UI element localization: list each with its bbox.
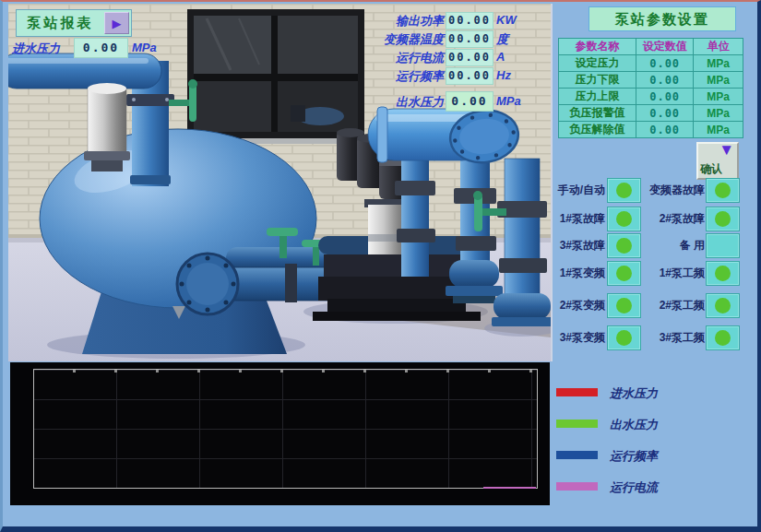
pump-station-hmi-screen: 泵站报表 ▶ 进水压力 0.00 MPa 输出功率 00.00 KW 变频器温度… — [0, 0, 761, 532]
outlet-pressure-unit: MPa — [496, 94, 521, 108]
legend-swatch-inlet-pressure — [556, 388, 598, 396]
status-label-pump1-mains: 1#泵工频 — [637, 266, 705, 281]
legend-item: 运行电流 — [556, 479, 750, 494]
run-frequency-display: 00.00 — [446, 67, 493, 85]
output-power-unit: KW — [496, 13, 517, 27]
air-release-cylinder — [84, 83, 130, 171]
status-lamp — [715, 183, 731, 198]
inlet-pressure-display: 0.00 — [74, 38, 128, 58]
status-lampbox — [707, 207, 739, 231]
confirm-button[interactable]: ▼ 确认 — [696, 142, 739, 180]
plot-top-ticks — [34, 370, 537, 372]
status-lamp — [715, 298, 731, 313]
output-power-display: 00.00 — [446, 12, 493, 30]
status-row: 3#泵故障 备 用 — [516, 234, 743, 255]
status-lampbox — [608, 326, 640, 349]
status-lamp — [616, 298, 632, 313]
trend-chart-panel — [10, 362, 550, 505]
param-name: 负压解除值 — [559, 122, 636, 138]
param-name: 压力上限 — [559, 89, 636, 105]
confirm-button-label: 确认 — [700, 161, 722, 177]
parameter-table: 参数名称 设定数值 单位 设定压力 0.00 MPa 压力下限 0.00 MPa… — [558, 38, 743, 138]
status-label-pump3-fault: 3#泵故障 — [516, 238, 605, 254]
col-set-value: 设定数值 — [636, 39, 694, 55]
report-button[interactable]: 泵站报表 ▶ — [16, 9, 132, 37]
table-row: 压力下限 0.00 MPa — [559, 72, 743, 89]
param-name: 压力下限 — [559, 72, 636, 89]
status-row: 手动/自动 变频器故障 — [516, 179, 743, 200]
col-param-name: 参数名称 — [559, 39, 636, 55]
status-label-pump2-vfd: 2#泵变频 — [516, 298, 605, 313]
param-value[interactable]: 0.00 — [636, 89, 694, 105]
status-lampbox — [608, 207, 640, 231]
param-name: 负压报警值 — [559, 105, 636, 122]
status-label-inverter-fault: 变频器故障 — [637, 183, 705, 198]
legend-label: 进水压力 — [610, 385, 658, 402]
status-label-pump3-mains: 3#泵工频 — [637, 330, 705, 346]
inlet-pressure-label: 进水压力 — [12, 41, 60, 57]
parameter-table-header: 参数名称 设定数值 单位 — [559, 39, 743, 55]
table-row: 设定压力 0.00 MPa — [559, 55, 743, 72]
status-lampbox — [707, 294, 739, 317]
trend-plot-area — [33, 369, 538, 489]
inverter-temp-display: 00.00 — [446, 30, 493, 48]
confirm-triangle-icon: ▼ — [719, 141, 734, 160]
col-unit: 单位 — [694, 39, 743, 55]
inlet-pressure-unit: MPa — [132, 41, 157, 54]
status-label-pump2-mains: 2#泵工频 — [637, 298, 705, 313]
param-unit: MPa — [694, 89, 743, 105]
run-current-label: 运行电流 — [327, 50, 444, 66]
param-value[interactable]: 0.00 — [636, 72, 694, 89]
legend-item: 进水压力 — [556, 385, 750, 400]
status-row: 3#泵变频 3#泵工频 — [516, 326, 743, 348]
status-lampbox — [608, 262, 640, 285]
table-row: 压力上限 0.00 MPa — [559, 89, 743, 105]
status-row: 2#泵变频 2#泵工频 — [516, 294, 743, 315]
param-value[interactable]: 0.00 — [636, 122, 694, 138]
run-current-trace — [483, 487, 536, 489]
status-label-pump2-fault: 2#泵故障 — [637, 211, 705, 227]
inverter-temp-unit: 度 — [496, 31, 508, 48]
status-row: 1#泵故障 2#泵故障 — [516, 207, 743, 229]
run-frequency-label: 运行频率 — [327, 68, 444, 85]
table-row: 负压报警值 0.00 MPa — [559, 105, 743, 122]
report-button-label: 泵站报表 — [17, 15, 104, 32]
status-lampbox — [608, 179, 640, 202]
inverter-temp-label: 变频器温度 — [327, 31, 444, 48]
status-lampbox — [707, 179, 739, 202]
status-lampbox — [707, 326, 739, 349]
param-unit: MPa — [694, 55, 743, 72]
legend-label: 运行电流 — [610, 479, 658, 496]
run-current-unit: A — [496, 50, 505, 64]
status-label-pump3-vfd: 3#泵变频 — [516, 330, 605, 346]
status-lampbox — [608, 294, 640, 317]
param-value[interactable]: 0.00 — [636, 55, 694, 72]
status-lampbox-empty — [707, 234, 739, 257]
status-label-spare: 备 用 — [637, 238, 705, 254]
settings-panel-title: 泵站参数设置 — [589, 6, 736, 31]
status-lampbox — [707, 262, 739, 285]
status-row: 1#泵变频 1#泵工频 — [516, 262, 743, 283]
status-label-pump1-fault: 1#泵故障 — [516, 211, 605, 227]
output-power-label: 输出功率 — [327, 13, 444, 30]
outlet-pressure-display: 0.00 — [446, 91, 493, 112]
param-unit: MPa — [694, 105, 743, 122]
status-lamp — [616, 211, 632, 227]
status-label-manual-auto: 手动/自动 — [516, 183, 605, 198]
param-unit: MPa — [694, 122, 743, 138]
param-value[interactable]: 0.00 — [636, 105, 694, 122]
run-current-display: 00.00 — [446, 49, 493, 66]
status-lamp — [616, 266, 632, 281]
table-row: 负压解除值 0.00 MPa — [559, 122, 743, 138]
legend-label: 运行频率 — [610, 448, 658, 465]
param-name: 设定压力 — [559, 55, 636, 72]
status-lamp — [616, 330, 632, 346]
legend-label: 出水压力 — [610, 417, 658, 433]
report-play-button[interactable]: ▶ — [104, 12, 129, 34]
status-lamp — [616, 238, 632, 254]
run-frequency-unit: Hz — [496, 68, 511, 82]
status-lamp — [715, 211, 731, 227]
legend-item: 运行频率 — [556, 448, 750, 463]
play-icon: ▶ — [113, 18, 122, 30]
status-label-pump1-vfd: 1#泵变频 — [516, 266, 605, 281]
